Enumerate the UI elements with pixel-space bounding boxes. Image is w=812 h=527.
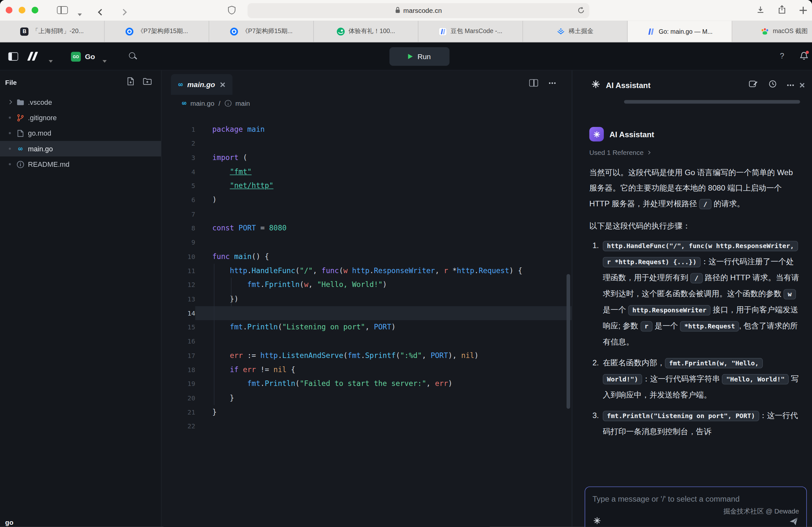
assistant-step: 2.在匿名函数内部，fmt.Fprintln(w, "Hello, World!…	[590, 355, 800, 402]
new-folder-icon[interactable]	[143, 78, 151, 87]
safari-tab-bar: B「上海招聘」-20...《P7架构师15期...《P7架构师15期...体验有…	[0, 20, 812, 42]
language-chevron-icon[interactable]	[102, 56, 107, 65]
code-line[interactable]: 9	[162, 236, 572, 250]
share-icon[interactable]	[778, 5, 786, 16]
inline-code-chip: *http.Request	[680, 321, 739, 332]
close-panel-icon[interactable]	[799, 82, 805, 88]
file-item-gitignore[interactable]: .gitignore	[0, 110, 161, 125]
file-item-readme-md[interactable]: README.md	[0, 156, 161, 172]
code-line[interactable]: 15 fmt.Println("Listening on port", PORT…	[162, 321, 572, 334]
notification-dot	[806, 51, 809, 54]
history-icon[interactable]	[769, 80, 777, 90]
browser-tab[interactable]: macOS 截图	[733, 20, 812, 42]
code-line[interactable]: 10func main() {	[162, 250, 572, 264]
breadcrumb-symbol[interactable]: main	[235, 99, 250, 107]
code-line[interactable]: 19 fmt.Println("Failed to start the serv…	[162, 377, 572, 391]
file-item-vscode[interactable]: .vscode	[0, 94, 161, 110]
code-line[interactable]: 6)	[162, 193, 572, 207]
editor-more-icon[interactable]	[549, 82, 551, 84]
split-editor-icon[interactable]	[530, 80, 538, 87]
play-icon	[408, 54, 413, 59]
panel-toggle-icon[interactable]	[8, 52, 18, 61]
code-line[interactable]: 1package main	[162, 122, 572, 136]
chat-scrollbar[interactable]	[624, 100, 800, 103]
sidebar-toggle-icon[interactable]	[57, 6, 68, 14]
browser-tab[interactable]: 豆包 MarsCode -...	[419, 20, 523, 42]
tab-label: 《P7架构师15期...	[137, 27, 188, 36]
file-item-main-go[interactable]: GOmain.go	[0, 141, 161, 156]
send-icon[interactable]	[789, 517, 798, 527]
code-line[interactable]: 12 fmt.Fprintln(w, "Hello, World!")	[162, 278, 572, 292]
code-line[interactable]: 21}	[162, 405, 572, 419]
code-line[interactable]: 17 err := http.ListenAndServe(fmt.Sprint…	[162, 348, 572, 363]
reload-icon[interactable]	[578, 7, 585, 16]
go-language-badge[interactable]: GO	[71, 52, 81, 62]
code-line[interactable]: 2	[162, 136, 572, 151]
browser-tab[interactable]: 体验有礼！100...	[314, 20, 419, 42]
editor-scrollbar[interactable]	[567, 274, 570, 409]
new-file-icon[interactable]	[127, 77, 134, 87]
forward-button[interactable]	[121, 8, 126, 17]
reference-link[interactable]: Used 1 Reference	[590, 149, 800, 156]
editor-tab-maingo[interactable]: GO main.go	[171, 74, 233, 95]
marscode-logo-icon[interactable]	[29, 52, 36, 60]
tab-label: 《P7架构师15期...	[242, 27, 293, 36]
marscode-ide: GO Go Run ? File	[0, 42, 812, 527]
code-line[interactable]: 22	[162, 419, 572, 433]
message-text: 的请求。	[711, 199, 744, 208]
close-window-button[interactable]	[6, 7, 13, 14]
code-line[interactable]: 18 if err != nil {	[162, 363, 572, 377]
breadcrumb-file[interactable]: main.go	[190, 99, 215, 107]
new-tab-icon[interactable]	[799, 7, 807, 14]
breadcrumb[interactable]: GO main.go / main	[162, 96, 572, 111]
b-logo-favicon: B	[20, 27, 29, 36]
line-number: 3	[162, 151, 195, 165]
marscode-favicon	[647, 27, 655, 36]
back-button[interactable]	[99, 8, 104, 17]
code-line[interactable]: 4 "fmt"	[162, 165, 572, 179]
line-number: 10	[162, 250, 195, 264]
code-line[interactable]: 20 }	[162, 391, 572, 405]
privacy-shield-icon[interactable]	[228, 6, 235, 17]
code-text: fmt.Println("Failed to start the server:…	[195, 377, 572, 391]
chevron-down-icon[interactable]	[49, 56, 53, 65]
search-icon[interactable]	[129, 52, 138, 61]
assistant-message: AI Assistant Used 1 Reference 当然可以。这段代码是…	[572, 108, 812, 527]
code-line[interactable]: 5 "net/http"	[162, 179, 572, 193]
editor-tab-label: main.go	[187, 80, 215, 89]
code-line[interactable]: 16	[162, 334, 572, 348]
new-chat-icon[interactable]	[749, 80, 758, 90]
code-line[interactable]: 7	[162, 207, 572, 222]
browser-tab[interactable]: 稀土掘金	[523, 20, 628, 42]
inline-code-chip: r	[640, 321, 653, 332]
run-button[interactable]: Run	[389, 47, 449, 66]
more-options-icon[interactable]	[787, 84, 789, 86]
chevron-right-icon[interactable]	[5, 101, 14, 104]
assistant-steps: 1.http.HandleFunc("/", func(w http.Respo…	[590, 238, 800, 439]
minimize-window-button[interactable]	[19, 7, 25, 14]
ide-top-bar: GO Go Run ?	[0, 42, 812, 70]
help-icon[interactable]: ?	[780, 52, 784, 60]
modified-dot	[5, 117, 14, 118]
doubao-favicon	[439, 27, 447, 36]
browser-tab[interactable]: Go: main.go — M...	[628, 20, 733, 42]
chat-input-box[interactable]: 掘金技术社区 @ Dewade	[584, 486, 807, 527]
code-line[interactable]: 13 })	[162, 292, 572, 306]
fullscreen-window-button[interactable]	[31, 7, 38, 14]
browser-tab[interactable]: B「上海招聘」-20...	[0, 20, 105, 42]
assistant-avatar	[590, 127, 604, 141]
message-input[interactable]	[592, 492, 799, 505]
step-number: 3.	[592, 408, 601, 439]
code-line[interactable]: 11 http.HandleFunc("/", func(w http.Resp…	[162, 264, 572, 278]
file-item-go-mod[interactable]: go.mod	[0, 125, 161, 141]
sidebar-chevron-icon[interactable]	[78, 9, 82, 18]
browser-tab[interactable]: 《P7架构师15期...	[105, 20, 209, 42]
close-tab-icon[interactable]	[220, 82, 226, 87]
code-line[interactable]: 14	[162, 306, 572, 321]
browser-tab[interactable]: 《P7架构师15期...	[209, 20, 314, 42]
code-area[interactable]: 1package main23import (4 "fmt"5 "net/htt…	[162, 122, 572, 527]
code-line[interactable]: 3import (	[162, 151, 572, 165]
address-bar[interactable]: marscode.cn	[248, 3, 590, 18]
downloads-icon[interactable]	[756, 5, 764, 15]
code-line[interactable]: 8const PORT = 8080	[162, 222, 572, 236]
